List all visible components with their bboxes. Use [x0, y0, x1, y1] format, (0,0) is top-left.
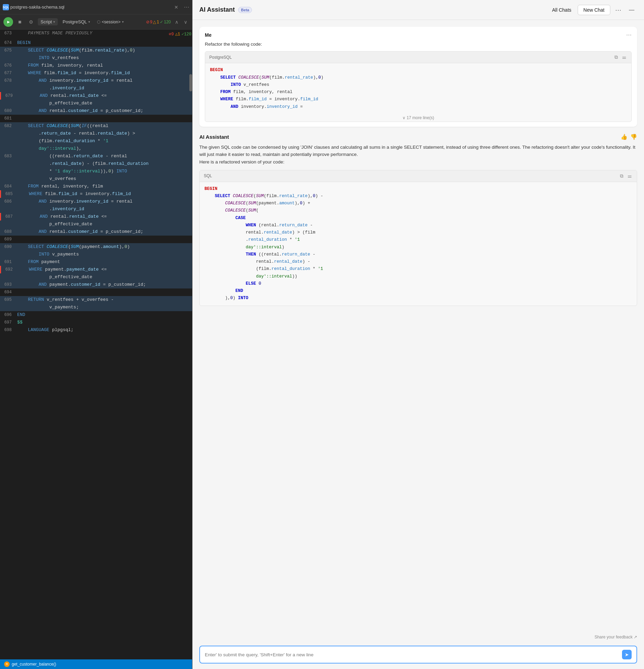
ai-code-block-actions: ⧉ ⚌ — [619, 172, 633, 180]
ai-response-text: The given SQL code can be condensed by u… — [199, 144, 637, 166]
code-line: 695 RETURN v_rentfees + v_overfees - — [0, 296, 192, 304]
code-line: * '1 day'::interval)),0) INTO — [0, 168, 192, 175]
script-label: Script — [41, 19, 52, 24]
tab-file-icon: SQL — [3, 4, 9, 10]
script-dropdown-arrow: ▾ — [53, 20, 55, 24]
code-line: 686 AND inventory.inventory_id = rental — [0, 198, 192, 205]
ai-more-button[interactable]: ⋯ — [614, 5, 623, 15]
editor-toolbar: ⏹ ⚙ Script ▾ PostgreSQL ▾ ⬡ <session> ▾ … — [0, 14, 192, 30]
code-line: 680 AND rental.customer_id = p_customer_… — [0, 107, 192, 115]
thumbs-down-button[interactable]: 👎 — [630, 134, 637, 140]
code-line: 683 ((rental.return_date - rental — [0, 152, 192, 160]
tab-filename[interactable]: postgres-sakila-schema.sql — [10, 4, 171, 10]
message-header: Me ⋯ — [205, 32, 632, 38]
user-message-more[interactable]: ⋯ — [626, 32, 632, 38]
user-code-body: BEGIN SELECT COALESCE(SUM(film.rental_ra… — [205, 63, 631, 114]
code-line: 689 — [0, 236, 192, 243]
user-code-lang: PostgreSQL — [209, 55, 232, 60]
ai-submit-button[interactable]: ➤ — [622, 650, 632, 659]
warn-icon: △ — [153, 20, 156, 24]
ai-input-box: ➤ — [199, 646, 637, 664]
script-dropdown[interactable]: Script ▾ — [38, 18, 58, 25]
code-line: 691 FROM payment — [0, 258, 192, 266]
code-line: p_effective_date — [0, 100, 192, 107]
session-dropdown-arrow: ▾ — [122, 20, 124, 24]
ai-close-button[interactable]: — — [626, 5, 637, 14]
ai-messages: Me ⋯ Refactor the following code: Postgr… — [192, 20, 644, 633]
code-line: v_overfees — [0, 175, 192, 183]
code-line: INTO v_rentfees — [0, 54, 192, 62]
user-message-text: Refactor the following code: — [205, 41, 632, 48]
ai-response-block: AI Assistant 👍 👎 The given SQL code can … — [199, 134, 637, 309]
code-line: .inventory_id — [0, 84, 192, 92]
code-line: 681 — [0, 115, 192, 122]
settings-button[interactable]: ⚙ — [27, 18, 35, 26]
code-line: 679 AND rental.rental_date <= — [0, 92, 192, 100]
code-block-header: PostgreSQL ⧉ ⚌ — [205, 52, 631, 63]
code-line: 694 — [0, 288, 192, 296]
stop-button[interactable]: ⏹ — [16, 18, 24, 26]
language-dropdown-arrow: ▾ — [88, 20, 90, 24]
code-line: INTO v_payments — [0, 251, 192, 258]
code-line: (film.rental_duration * '1 — [0, 137, 192, 145]
code-line: p_effective_date — [0, 273, 192, 281]
warn-indicator: △1 — [175, 30, 181, 39]
feedback-row: Share your feedback ↗ — [192, 633, 644, 642]
code-line: 677 WHERE film.film_id = inventory.film_… — [0, 69, 192, 77]
validation-expand[interactable]: ∧ — [174, 19, 180, 25]
ai-code-block: SQL ⧉ ⚌ BEGIN SELECT COALESCE(SUM(film.r… — [199, 170, 637, 306]
code-line: 696 END — [0, 311, 192, 319]
code-line: 685 WHERE film.film_id = inventory.film_… — [0, 190, 192, 198]
code-area[interactable]: 673 PAYMENTS MADE PREVIOUSLY ⊘9 △1 ✓120 … — [0, 30, 192, 659]
status-icon: R — [4, 661, 10, 667]
all-chats-button[interactable]: All Chats — [549, 6, 574, 14]
editor-panel: SQL postgres-sakila-schema.sql ✕ ⋯ ⏹ ⚙ S… — [0, 0, 192, 669]
error-icon: ⊘ — [146, 20, 149, 24]
response-actions: 👍 👎 — [621, 134, 637, 140]
ai-format-button[interactable]: ⚌ — [627, 172, 633, 180]
ai-chat-input[interactable] — [205, 652, 619, 657]
feedback-link[interactable]: Share your feedback ↗ — [595, 635, 637, 639]
validation-collapse[interactable]: ∨ — [182, 19, 189, 25]
code-line: 682 SELECT COALESCE(SUM(IF((rental — [0, 122, 192, 130]
ai-title: AI Assistant — [199, 6, 235, 13]
code-line: 676 FROM film, inventory, rental — [0, 62, 192, 69]
warn-count: 1 — [157, 20, 159, 24]
session-label: <session> — [102, 20, 121, 24]
format-button[interactable]: ⚌ — [621, 54, 627, 61]
tab-close-button[interactable]: ✕ — [173, 4, 180, 11]
code-line: v_payments; — [0, 304, 192, 311]
language-dropdown[interactable]: PostgreSQL ▾ — [60, 18, 92, 25]
copy-button[interactable]: ⧉ — [614, 54, 619, 61]
ai-code-block-header: SQL ⧉ ⚌ — [200, 170, 637, 182]
code-line: 678 AND inventory.inventory_id = rental — [0, 77, 192, 84]
more-lines-button[interactable]: ∨ 17 more line(s) — [205, 114, 631, 122]
error-badge: ⊘ 9 △ 1 ✓ 120 — [146, 20, 171, 24]
tab-more-button[interactable]: ⋯ — [184, 4, 189, 10]
ok-count: 120 — [164, 20, 171, 24]
ai-code-lang: SQL — [204, 173, 212, 178]
code-line: 684 FROM rental, inventory, film — [0, 183, 192, 190]
ok-icon: ✓ — [160, 20, 163, 24]
code-line: 690 SELECT COALESCE(SUM(payment.amount),… — [0, 243, 192, 251]
ai-code-body: BEGIN SELECT COALESCE(SUM(film.rental_ra… — [200, 182, 637, 306]
ai-panel: AI Assistant Beta All Chats New Chat ⋯ —… — [192, 0, 644, 669]
user-code-block: PostgreSQL ⧉ ⚌ BEGIN SELECT COALESCE(SUM… — [205, 51, 632, 122]
beta-badge: Beta — [238, 7, 252, 13]
user-message-block: Me ⋯ Refactor the following code: Postgr… — [199, 27, 637, 127]
thumbs-up-button[interactable]: 👍 — [621, 134, 628, 140]
ai-copy-button[interactable]: ⧉ — [619, 172, 624, 180]
code-line: day'::interval), — [0, 145, 192, 152]
tab-bar: SQL postgres-sakila-schema.sql ✕ ⋯ — [0, 0, 192, 14]
run-button[interactable] — [3, 17, 13, 27]
code-line: 688 AND rental.customer_id = p_customer_… — [0, 228, 192, 236]
code-line: p_effective_date — [0, 220, 192, 228]
session-dropdown[interactable]: ⬡ <session> ▾ — [95, 19, 126, 25]
code-line: 673 PAYMENTS MADE PREVIOUSLY ⊘9 △1 ✓120 — [0, 30, 192, 39]
language-label: PostgreSQL — [63, 19, 87, 24]
error-count: 9 — [150, 20, 153, 24]
footer-function-name: get_customer_balance() — [12, 662, 56, 667]
ai-header: AI Assistant Beta All Chats New Chat ⋯ — — [192, 0, 644, 20]
new-chat-button[interactable]: New Chat — [578, 5, 610, 15]
code-line: 692 WHERE payment.payment_date <= — [0, 266, 192, 273]
